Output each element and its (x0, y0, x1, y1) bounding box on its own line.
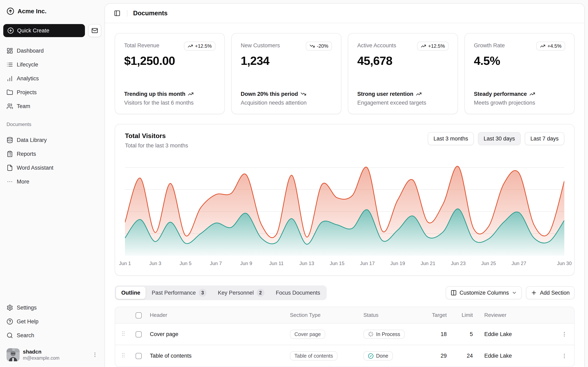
reviewer-cell[interactable]: Eddie Lake (477, 345, 554, 367)
sidebar-toggle-button[interactable] (112, 8, 123, 19)
column-header[interactable]: Target (421, 307, 451, 323)
trending-down-icon (310, 43, 315, 49)
x-tick-label: Jun 30 (557, 261, 572, 266)
table-header-row: Header Section Type Status Target Limit … (115, 307, 574, 323)
metric-foot-secondary: Visitors for the last 6 months (124, 100, 215, 106)
column-header[interactable]: Section Type (286, 307, 359, 323)
limit-cell[interactable]: 5 (451, 323, 477, 345)
x-tick-label: Jun 11 (269, 261, 284, 266)
tab-focus-documents[interactable]: Focus Documents (270, 287, 326, 299)
chevron-down-icon (512, 290, 517, 295)
x-tick-label: Jun 1 (119, 261, 131, 266)
folder-icon (7, 89, 13, 96)
status-badge: Done (363, 351, 393, 360)
row-header-cell[interactable]: Table of contents (146, 345, 286, 367)
row-checkbox[interactable] (136, 331, 142, 337)
range-last-7-days[interactable]: Last 7 days (525, 132, 564, 145)
tab-count-badge: 2 (257, 289, 264, 297)
tab-outline[interactable]: Outline (116, 287, 146, 299)
metric-value: 45,678 (357, 54, 449, 67)
panel-left-icon (114, 10, 121, 17)
sidebar-item-label: Get Help (17, 318, 39, 325)
tab-count-badge: 3 (199, 289, 207, 297)
sidebar-item-team[interactable]: Team (3, 100, 101, 113)
x-tick-label: Jun 25 (481, 261, 496, 266)
trending-up-icon (188, 43, 193, 49)
x-tick-label: Jun 17 (360, 261, 375, 266)
metric-value: $1,250.00 (124, 54, 215, 67)
metric-label: Total Revenue (124, 42, 159, 49)
row-actions-button[interactable] (559, 328, 570, 340)
trend-badge: +4.5% (536, 42, 565, 50)
metric-card-new-customers: New Customers -20% 1,234 Down 20% this p… (231, 33, 341, 114)
column-header[interactable]: Reviewer (477, 307, 554, 323)
users-icon (7, 103, 13, 109)
visitors-chart-card: Total Visitors Total for the last 3 mont… (115, 124, 575, 276)
ellipsis-icon (7, 178, 13, 185)
row-checkbox[interactable] (136, 353, 142, 359)
org-switcher[interactable]: Acme Inc. (3, 3, 101, 19)
mail-icon (91, 27, 98, 34)
customize-columns-button[interactable]: Customize Columns (446, 286, 522, 299)
sidebar-item-dashboard[interactable]: Dashboard (3, 44, 101, 57)
sidebar-item-data-library[interactable]: Data Library (3, 134, 101, 146)
column-header[interactable]: Limit (451, 307, 477, 323)
area-chart[interactable] (125, 159, 564, 256)
trend-badge: +12.5% (417, 42, 449, 50)
page-title: Documents (133, 9, 168, 17)
metric-cards: Total Revenue +12.5% $1,250.00 Trending … (115, 33, 575, 114)
x-tick-label: Jun 3 (149, 261, 161, 266)
quick-create-label: Quick Create (17, 27, 49, 34)
sidebar-item-analytics[interactable]: Analytics (3, 72, 101, 85)
drag-handle-icon[interactable] (120, 352, 126, 358)
limit-cell[interactable]: 24 (451, 345, 477, 367)
table-row: Table of contents Table of contents Done… (115, 345, 574, 367)
circle-check-icon (368, 353, 374, 359)
plus-icon (531, 290, 537, 296)
column-header[interactable]: Status (359, 307, 421, 323)
sidebar-item-settings[interactable]: Settings (3, 301, 101, 314)
reviewer-cell[interactable]: Eddie Lake (477, 323, 554, 345)
x-tick-label: Jun 13 (299, 261, 314, 266)
metric-foot-primary: Trending up this month (124, 91, 185, 97)
drag-handle-icon[interactable] (120, 331, 126, 337)
sidebar-item-label: Data Library (17, 137, 47, 143)
sidebar-footer-nav: Settings Get Help Search (3, 301, 101, 342)
add-section-button[interactable]: Add Section (526, 286, 575, 299)
range-last-30-days[interactable]: Last 30 days (478, 132, 521, 145)
target-cell[interactable]: 18 (421, 323, 451, 345)
sidebar-item-label: Projects (17, 89, 37, 96)
select-all-checkbox[interactable] (136, 312, 142, 318)
sidebar-item-word-assistant[interactable]: Word Assistant (3, 161, 101, 174)
more-vertical-icon[interactable] (92, 352, 98, 358)
range-last-3-months[interactable]: Last 3 months (428, 132, 474, 145)
metric-foot-secondary: Engagement exceed targets (357, 100, 449, 106)
columns-icon (450, 290, 457, 296)
trending-down-icon (301, 91, 306, 97)
row-actions-button[interactable] (559, 350, 570, 362)
sidebar-item-projects[interactable]: Projects (3, 86, 101, 99)
file-icon (7, 165, 13, 171)
x-tick-label: Jun 15 (330, 261, 345, 266)
sidebar-item-get-help[interactable]: Get Help (3, 315, 101, 328)
sidebar-item-label: Reports (17, 151, 36, 157)
topbar: Documents (105, 4, 584, 23)
sidebar-item-search[interactable]: Search (3, 329, 101, 342)
row-header-cell[interactable]: Cover page (146, 323, 286, 345)
sidebar-item-lifecycle[interactable]: Lifecycle (3, 58, 101, 71)
tab-key-personnel[interactable]: Key Personnel2 (213, 287, 270, 299)
user-menu[interactable]: shadcn m@example.com (3, 346, 101, 364)
column-header[interactable]: Header (146, 307, 286, 323)
tab-past-performance[interactable]: Past Performance3 (146, 287, 212, 299)
sidebar-nav: Dashboard Lifecycle Analytics Projects T… (3, 44, 101, 113)
sidebar-item-label: Dashboard (17, 48, 44, 54)
target-cell[interactable]: 29 (421, 345, 451, 367)
sidebar-item-reports[interactable]: Reports (3, 148, 101, 160)
sidebar-item-more[interactable]: More (3, 175, 101, 188)
sidebar-documents-nav: Data Library Reports Word Assistant More (3, 134, 101, 188)
quick-create-button[interactable]: Quick Create (3, 24, 85, 37)
inbox-button[interactable] (88, 24, 101, 37)
metric-foot-secondary: Meets growth projections (474, 100, 565, 106)
more-vertical-icon (561, 331, 567, 337)
sidebar-group-label: Documents (3, 122, 101, 127)
